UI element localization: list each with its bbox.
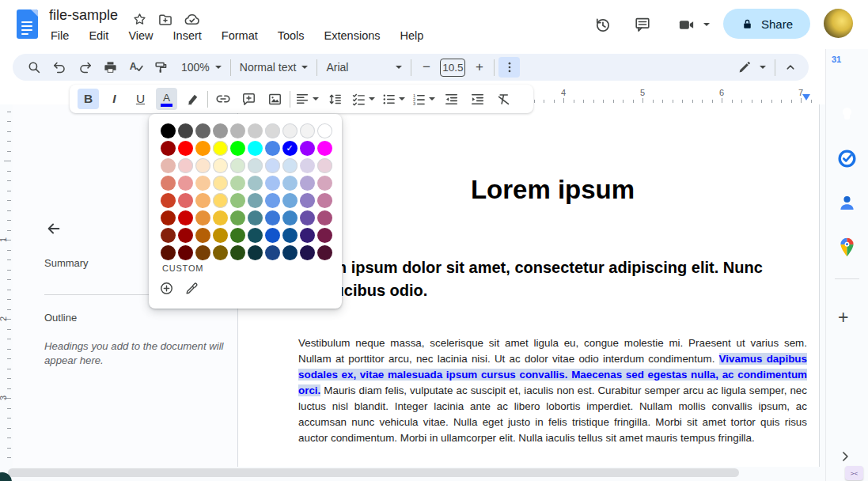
avatar[interactable] [824,9,853,38]
meet-video-icon[interactable] [676,14,697,35]
increase-font-size-button[interactable]: + [468,57,490,78]
color-swatch-a61c00[interactable] [161,210,176,225]
color-swatch-a64d79[interactable] [317,210,332,225]
paragraph-style-select[interactable]: Normal text [235,61,313,74]
numbered-list-button[interactable]: 123 [411,89,426,109]
meet-caret-icon[interactable] [703,23,710,26]
color-swatch-0b5394[interactable] [282,228,298,243]
docs-logo-icon[interactable] [17,9,38,39]
bulleted-list-button[interactable] [381,89,396,109]
color-swatch-1c4587[interactable] [265,245,280,260]
clear-formatting-button[interactable] [493,89,514,109]
color-swatch-434343[interactable] [178,123,193,138]
align-button[interactable] [294,89,310,109]
align-caret-icon[interactable] [313,97,319,100]
color-swatch-9fc5e8[interactable] [282,176,298,191]
color-swatch-cc4125[interactable] [161,193,176,208]
color-swatch-783f04[interactable] [195,245,210,260]
color-swatch-20124d[interactable] [300,245,315,260]
color-swatch-fff2cc[interactable] [213,158,228,173]
color-swatch-7f6000[interactable] [213,245,228,260]
menu-extensions[interactable]: Extensions [318,28,387,44]
color-swatch-ff00ff[interactable] [317,141,332,156]
color-swatch-351c75[interactable] [300,228,315,243]
color-swatch-85200c[interactable] [161,228,176,243]
bold-button[interactable]: B [78,89,99,109]
hide-side-panel-chevron-icon[interactable] [837,449,853,464]
color-swatch-ff9900[interactable] [195,141,210,156]
menu-view[interactable]: View [122,28,159,44]
color-swatch-d9d9d9[interactable] [265,123,280,138]
color-swatch-ff0000[interactable] [178,141,193,156]
version-history-icon[interactable] [592,14,613,35]
color-swatch-4a86e8[interactable] [265,141,280,156]
search-menus-icon[interactable] [24,57,45,78]
color-swatch-b6d7a8[interactable] [230,176,245,191]
color-swatch-d9d2e9[interactable] [300,158,315,173]
color-swatch-134f5c[interactable] [248,228,263,243]
color-swatch-b7b7b7[interactable] [230,123,245,138]
color-swatch-45818e[interactable] [248,210,263,225]
color-swatch-073763[interactable] [282,245,298,260]
color-swatch-3d85c6[interactable] [282,210,298,225]
zoom-select[interactable]: 100% [176,61,226,74]
color-swatch-b45f06[interactable] [195,228,210,243]
highlight-color-button[interactable] [182,89,203,109]
comments-icon[interactable] [631,14,653,35]
move-to-folder-icon[interactable] [157,12,173,28]
color-swatch-ea9999[interactable] [178,176,193,191]
color-swatch-ffffff[interactable] [317,123,332,138]
bulleted-list-caret-icon[interactable] [399,97,405,100]
color-swatch-6aa84f[interactable] [230,210,245,225]
star-icon[interactable] [132,12,147,27]
color-swatch-f3f3f3[interactable] [300,123,315,138]
add-addon-button[interactable]: + [838,307,848,328]
color-swatch-ffd966[interactable] [213,193,228,208]
spelling-check-icon[interactable]: A [125,57,146,78]
document-title[interactable]: file-sample [49,7,118,24]
color-swatch-999999[interactable] [213,123,228,138]
color-swatch-9900ff[interactable] [300,141,315,156]
decrease-indent-button[interactable] [441,89,462,109]
hide-menus-chevron-icon[interactable] [779,57,801,78]
menu-file[interactable]: File [44,28,75,44]
color-swatch-f6b26b[interactable] [195,193,210,208]
color-swatch-93c47d[interactable] [230,193,245,208]
underline-button[interactable]: U [130,89,151,109]
color-swatch-b4a7d6[interactable] [300,176,315,191]
color-swatch-4c1130[interactable] [317,245,332,260]
font-select[interactable]: Arial [321,61,407,74]
menu-help[interactable]: Help [394,28,430,44]
color-swatch-efefef[interactable] [282,123,298,138]
color-swatch-6d9eeb[interactable] [265,193,280,208]
color-swatch-ffe599[interactable] [213,176,228,191]
color-swatch-f1c232[interactable] [213,210,228,225]
insert-link-button[interactable] [212,89,233,109]
color-swatch-0000ff[interactable]: ✓ [282,141,298,156]
color-swatch-1155cc[interactable] [265,228,280,243]
redo-icon[interactable] [74,57,96,78]
color-swatch-c9daf8[interactable] [265,158,280,173]
color-swatch-cc0000[interactable] [178,210,193,225]
color-swatch-38761d[interactable] [230,228,245,243]
undo-icon[interactable] [49,57,70,78]
color-swatch-dd7e6b[interactable] [161,176,176,191]
menu-insert[interactable]: Insert [167,28,208,44]
checklist-caret-icon[interactable] [369,97,375,100]
italic-button[interactable]: I [104,89,125,109]
cloud-saved-icon[interactable] [184,11,200,28]
add-custom-color-icon[interactable] [159,281,174,296]
numbered-list-caret-icon[interactable] [429,97,435,100]
decrease-font-size-button[interactable]: − [415,57,437,78]
close-outline-back-icon[interactable] [41,216,66,241]
color-swatch-990000[interactable] [178,228,193,243]
editing-mode-caret-icon[interactable] [760,66,766,69]
color-swatch-fce5cd[interactable] [195,158,210,173]
menu-format[interactable]: Format [215,28,264,44]
share-button[interactable]: Share [723,9,810,39]
color-swatch-00ff00[interactable] [230,141,245,156]
color-swatch-3c78d8[interactable] [265,210,280,225]
color-swatch-cfe2f3[interactable] [282,158,298,173]
increase-indent-button[interactable] [467,89,488,109]
color-swatch-e6b8af[interactable] [161,158,176,173]
